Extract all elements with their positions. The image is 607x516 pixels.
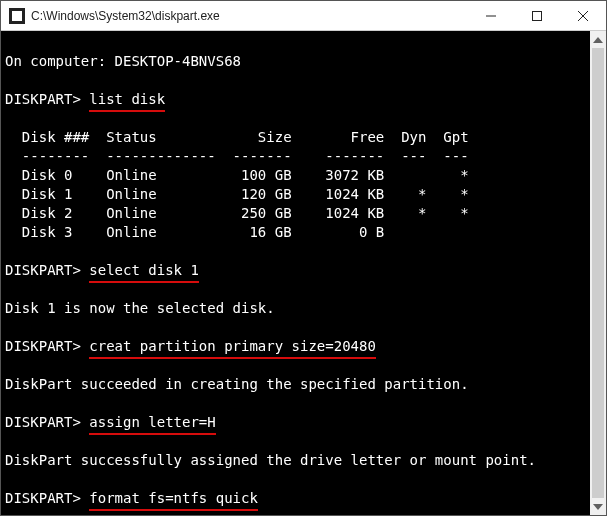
window-title: C:\Windows\System32\diskpart.exe [31, 9, 468, 23]
titlebar[interactable]: C:\Windows\System32\diskpart.exe [1, 1, 606, 31]
console-output[interactable]: On computer: DESKTOP-4BNVS68 DISKPART> l… [1, 31, 606, 515]
close-button[interactable] [560, 1, 606, 31]
disk-table-header: Disk ### Status Size Free Dyn Gpt [5, 129, 485, 145]
app-icon [9, 8, 25, 24]
prompt-line: DISKPART> list disk [5, 91, 165, 107]
disk-table-separator: -------- ------------- ------- ------- -… [5, 148, 485, 164]
msg-assign-ok: DiskPart successfully assigned the drive… [5, 452, 536, 468]
cmd-assign: assign letter=H [89, 413, 215, 432]
prompt-line: DISKPART> select disk 1 [5, 262, 199, 278]
cmd-select-disk: select disk 1 [89, 261, 199, 280]
minimize-button[interactable] [468, 1, 514, 31]
app-window: C:\Windows\System32\diskpart.exe On comp… [0, 0, 607, 516]
computer-line: On computer: DESKTOP-4BNVS68 [5, 53, 241, 69]
scroll-down-button[interactable] [590, 498, 606, 515]
prompt-line: DISKPART> assign letter=H [5, 414, 216, 430]
msg-partition-ok: DiskPart succeeded in creating the speci… [5, 376, 469, 392]
scrollbar-track[interactable] [590, 48, 606, 498]
maximize-button[interactable] [514, 1, 560, 31]
disk-table-body: Disk 0 Online 100 GB 3072 KB * Disk 1 On… [5, 167, 485, 240]
prompt-line: DISKPART> creat partition primary size=2… [5, 338, 376, 354]
cmd-create-partition: creat partition primary size=20480 [89, 337, 376, 356]
msg-selected: Disk 1 is now the selected disk. [5, 300, 275, 316]
vertical-scrollbar[interactable] [590, 31, 606, 515]
cmd-list-disk: list disk [89, 90, 165, 109]
scrollbar-thumb[interactable] [592, 48, 604, 498]
cmd-format: format fs=ntfs quick [89, 489, 258, 508]
scroll-up-button[interactable] [590, 31, 606, 48]
prompt-line: DISKPART> format fs=ntfs quick [5, 490, 258, 506]
svg-rect-0 [533, 11, 542, 20]
